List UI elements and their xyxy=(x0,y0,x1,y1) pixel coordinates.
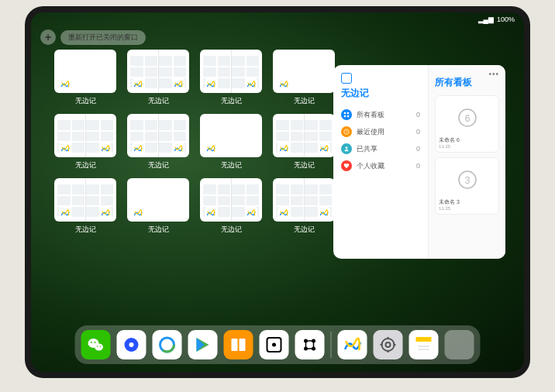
svg-point-11 xyxy=(95,344,103,351)
app-settings[interactable] xyxy=(374,330,403,359)
freeform-icon xyxy=(245,78,257,91)
ipad-frame: ▂▄▆ 100% + 重新打开已关闭的窗口 无边记无边记无边记无边记无边记无边记… xyxy=(25,6,530,378)
category-heart[interactable]: 个人收藏0 xyxy=(341,157,420,174)
freeform-icon xyxy=(172,143,184,155)
window-label: 无边记 xyxy=(54,225,116,235)
window-tile[interactable]: 无边记 xyxy=(200,50,262,106)
window-tile[interactable]: 无边记 xyxy=(54,50,116,106)
app-dots[interactable] xyxy=(295,330,325,359)
add-button[interactable]: + xyxy=(40,29,56,45)
window-tile[interactable]: 无边记 xyxy=(200,114,262,170)
freeform-icon xyxy=(132,143,144,155)
board-card[interactable]: 6未命名 611:25 xyxy=(435,95,499,153)
svg-rect-20 xyxy=(232,339,238,351)
svg-point-17 xyxy=(129,342,134,347)
category-label: 所有看板 xyxy=(357,110,384,120)
app-play[interactable] xyxy=(188,330,218,359)
svg-point-23 xyxy=(272,343,276,347)
window-label: 无边记 xyxy=(127,160,189,170)
svg-point-12 xyxy=(91,342,92,343)
window-preview xyxy=(127,114,189,157)
window-preview xyxy=(200,178,262,222)
window-tile[interactable]: 无边记 xyxy=(127,50,189,106)
window-label: 无边记 xyxy=(200,225,262,235)
window-label: 无边记 xyxy=(200,160,262,170)
board-thumb: 6 xyxy=(439,99,495,136)
app-quark[interactable] xyxy=(117,330,147,359)
app-books[interactable] xyxy=(224,330,253,359)
status-bar: ▂▄▆ 100% xyxy=(478,15,515,23)
window-label: 无边记 xyxy=(200,96,262,106)
app-freeform[interactable] xyxy=(338,330,367,359)
window-preview xyxy=(127,178,189,222)
freeform-icon xyxy=(205,143,217,155)
freeform-icon xyxy=(278,143,290,155)
window-preview xyxy=(273,178,335,222)
app-folder[interactable] xyxy=(445,330,474,359)
freeform-icon xyxy=(205,78,217,91)
board-date: 11:25 xyxy=(439,206,495,211)
freeform-icon xyxy=(132,78,144,91)
window-label: 无边记 xyxy=(54,96,116,106)
svg-point-15 xyxy=(100,346,102,347)
category-count: 0 xyxy=(416,128,420,136)
grid-icon xyxy=(341,109,352,120)
svg-point-32 xyxy=(382,339,395,351)
freeform-icon xyxy=(245,207,257,219)
category-clock[interactable]: 最近使用0 xyxy=(341,123,420,140)
window-tile[interactable]: 无边记 xyxy=(127,114,189,170)
board-title: 未命名 6 xyxy=(439,136,495,144)
category-count: 0 xyxy=(416,145,420,153)
reopen-window-button[interactable]: 重新打开已关闭的窗口 xyxy=(60,30,146,45)
sidebar-toggle-icon[interactable] xyxy=(341,73,352,84)
category-person[interactable]: 已共享0 xyxy=(341,140,420,157)
freeform-icon xyxy=(59,143,71,155)
window-label: 无边记 xyxy=(127,225,189,235)
dock xyxy=(75,325,481,364)
category-label: 最近使用 xyxy=(357,127,384,137)
heart-icon xyxy=(341,160,352,171)
window-tile[interactable]: 无边记 xyxy=(200,178,262,235)
app-qqbrowser[interactable] xyxy=(153,330,182,359)
board-card[interactable]: 3未命名 311:25 xyxy=(435,157,499,215)
category-grid[interactable]: 所有看板0 xyxy=(341,106,420,123)
category-label: 已共享 xyxy=(357,144,377,154)
board-title: 未命名 3 xyxy=(439,198,495,206)
more-icon[interactable]: ••• xyxy=(488,70,499,78)
battery-text: 100% xyxy=(497,15,515,23)
window-label: 无边记 xyxy=(273,225,335,235)
svg-point-33 xyxy=(386,342,391,347)
svg-text:6: 6 xyxy=(464,113,470,124)
category-label: 个人收藏 xyxy=(357,161,384,171)
svg-rect-38 xyxy=(416,337,432,342)
freeform-panel[interactable]: ••• 无边记 所有看板0最近使用0已共享0个人收藏0 所有看板 6未命名 61… xyxy=(333,65,505,259)
app-wechat[interactable] xyxy=(81,330,111,359)
clock-icon xyxy=(341,126,352,137)
window-tile[interactable]: 无边记 xyxy=(127,178,189,235)
freeform-icon xyxy=(318,143,330,155)
window-tile[interactable]: 无边记 xyxy=(273,114,335,170)
window-label: 无边记 xyxy=(54,160,116,170)
window-tile[interactable]: 无边记 xyxy=(54,178,116,235)
window-tile[interactable]: 无边记 xyxy=(273,178,335,235)
app-notes[interactable] xyxy=(409,330,439,359)
window-tile[interactable]: 无边记 xyxy=(54,114,116,170)
window-label: 无边记 xyxy=(127,96,189,106)
svg-rect-3 xyxy=(347,115,349,117)
dock-separator xyxy=(331,332,332,358)
window-preview xyxy=(54,50,116,93)
board-thumb: 3 xyxy=(439,161,495,198)
window-tile[interactable]: 无边记 xyxy=(273,50,335,106)
svg-rect-2 xyxy=(344,115,346,117)
window-preview xyxy=(127,50,189,93)
app-dice[interactable] xyxy=(260,330,289,359)
panel-left-title: 无边记 xyxy=(341,87,420,100)
category-count: 0 xyxy=(416,162,420,170)
screen: ▂▄▆ 100% + 重新打开已关闭的窗口 无边记无边记无边记无边记无边记无边记… xyxy=(31,12,524,372)
svg-point-14 xyxy=(97,346,98,347)
freeform-icon xyxy=(278,207,290,219)
svg-point-13 xyxy=(95,342,96,343)
svg-text:3: 3 xyxy=(464,175,470,186)
freeform-icon xyxy=(99,207,112,219)
board-date: 11:25 xyxy=(439,144,495,149)
